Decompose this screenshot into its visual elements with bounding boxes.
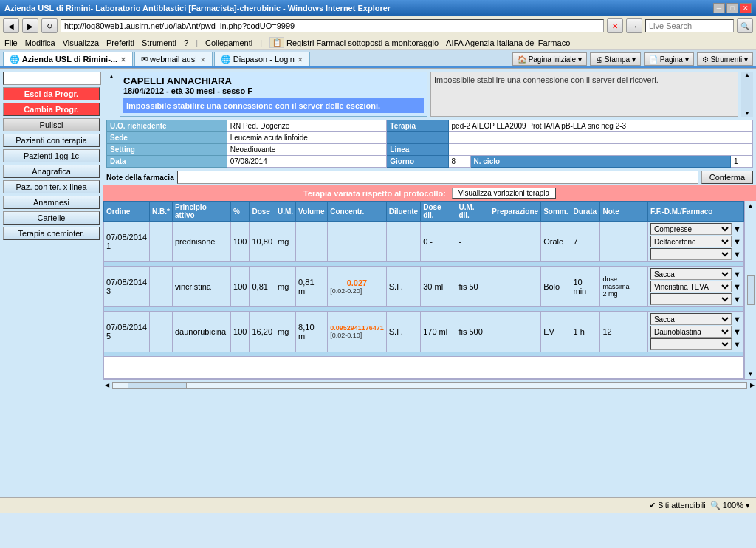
status-right: ✔ Siti attendibili 🔍 100% ▾ [649, 501, 750, 510]
minimize-button[interactable]: ─ [713, 3, 725, 13]
ff-select-3a[interactable]: Sacca [650, 313, 732, 325]
menu-separator: | [196, 38, 198, 47]
cambia-progr-button[interactable]: Cambia Progr. [3, 103, 100, 116]
content-area: ▲ CAPELLI ANNACHIARA 18/04/2012 - età 30… [103, 69, 756, 497]
cell-dosedil: 30 ml [421, 267, 456, 307]
table-scroll-area: Ordine N.B.* Principio attivo % Dose U.M… [103, 201, 756, 497]
concentr-value: 0.0952941176471 [330, 324, 384, 332]
visualizza-variazioni-button[interactable]: Visualizza variazioni terapia [452, 188, 556, 199]
main-layout: Cerca Esci da Progr. Cambia Progr. Pulis… [0, 69, 756, 497]
value-empty1 [448, 132, 752, 144]
sidebar-search-row: Cerca [3, 72, 100, 85]
stop-button[interactable]: ✕ [607, 18, 623, 33]
label-terapia: Terapia [387, 120, 448, 132]
back-button[interactable]: ◀ [3, 18, 19, 33]
cell-prep [489, 222, 541, 262]
menu-help[interactable]: ? [184, 38, 188, 47]
pazienti-1gg-button[interactable]: Pazienti 1gg 1c [3, 149, 100, 162]
menu-modifica[interactable]: Modifica [25, 38, 55, 47]
scroll-left-button[interactable]: ◀ [103, 380, 111, 390]
maximize-button[interactable]: □ [726, 3, 738, 13]
conferma-button[interactable]: Conferma [701, 171, 753, 184]
tab-close-webmail[interactable]: ✕ [200, 56, 206, 64]
menu-preferiti[interactable]: Preferiti [106, 38, 134, 47]
cell-ff: Compresse ▼ Deltacortene ▼ [647, 222, 743, 262]
th-somm: Somm. [541, 202, 571, 222]
pulisci-button[interactable]: Pulisci [3, 118, 100, 131]
cell-prep [489, 312, 541, 352]
cartelle-button[interactable]: Cartelle [3, 211, 100, 225]
strumenti-button[interactable]: ⚙ Strumenti ▾ [697, 52, 753, 66]
ff-select-3b[interactable]: Daunoblastina [650, 326, 732, 338]
tab-close-diapason[interactable]: ✕ [298, 56, 303, 64]
stampa-button[interactable]: 🖨 Stampa ▾ [590, 52, 641, 66]
pagina-button[interactable]: 📄 Pagina ▾ [644, 52, 694, 66]
menu-aifa[interactable]: AIFA Agenzia Italiana del Farmaco [446, 38, 570, 47]
cell-principio: prednisone [172, 222, 230, 262]
go-button[interactable]: → [626, 18, 642, 33]
cell-nb [150, 267, 173, 307]
h-scroll-track [112, 382, 747, 389]
paz-ter-linea-button[interactable]: Paz. con ter. x linea [3, 180, 100, 193]
tab-diapason[interactable]: 🌐 Diapason - Login ✕ [214, 52, 310, 66]
patient-scroll-up[interactable]: ▲ [744, 72, 750, 78]
refresh-button[interactable]: ↻ [41, 18, 58, 33]
cell-principio: daunorubicina [172, 312, 230, 352]
scroll-up-icon[interactable]: ▲ [109, 73, 114, 80]
right-scrollbar: ▲ ▼ [744, 201, 756, 379]
note-input[interactable] [177, 171, 698, 184]
ff-select-1a[interactable]: Compresse [650, 223, 732, 235]
ff-select-2c[interactable] [650, 293, 732, 305]
scroll-thumb[interactable] [747, 275, 755, 305]
note-label: Note della farmacia [106, 174, 174, 182]
cell-nb [150, 312, 173, 352]
table-row: 07/08/2014 3 vincristina 100 0,81 mg 0,8… [104, 267, 744, 307]
ff-select-2b[interactable]: Vincristina TEVA [650, 281, 732, 292]
menu-strumenti[interactable]: Strumenti [142, 38, 176, 47]
label-setting: Setting [107, 144, 227, 156]
ff-select-1c[interactable] [650, 248, 732, 260]
info-table: U.O. richiedente RN Ped. Degenze Terapia… [106, 120, 753, 168]
esci-progr-button[interactable]: Esci da Progr. [3, 87, 100, 100]
cell-ordine: 07/08/2014 3 [104, 267, 150, 307]
patient-scroll-down[interactable]: ▼ [744, 110, 750, 117]
forward-button[interactable]: ▶ [22, 18, 38, 33]
pazienti-con-terapia-button[interactable]: Pazienti con terapia [3, 134, 100, 147]
search-input[interactable] [645, 19, 734, 32]
scroll-up-button[interactable]: ▲ [746, 201, 755, 210]
menu-file[interactable]: File [4, 38, 18, 47]
anamnesi-button[interactable]: Anamnesi [3, 196, 100, 209]
tab-webmail[interactable]: ✉ webmail ausl ✕ [134, 52, 213, 66]
anagrafica-button[interactable]: Anagrafica [3, 165, 100, 178]
ff-row-3c: ▼ [650, 338, 741, 350]
status-bar: ✔ Siti attendibili 🔍 100% ▾ [0, 497, 756, 513]
ff-row-3b: Daunoblastina ▼ [650, 326, 741, 338]
ff-select-2a[interactable]: Sacca [650, 268, 732, 280]
scroll-right-button[interactable]: ▶ [749, 380, 756, 390]
search-go-button[interactable]: 🔍 [737, 18, 753, 33]
zoom-control[interactable]: 🔍 100% ▾ [710, 501, 750, 510]
terapia-chemioter-button[interactable]: Terapia chemioter. [3, 227, 100, 240]
menu-separator2: | [260, 38, 262, 47]
cell-concentr: 0.0952941176471 [0.02-0.10] [328, 312, 387, 352]
patient-details: 18/04/2012 - età 30 mesi - sesso F [123, 86, 424, 95]
sidebar-search-input[interactable] [3, 72, 101, 85]
menu-collegamenti[interactable]: Collegamenti [205, 38, 252, 47]
tab-close-ausl[interactable]: ✕ [120, 56, 126, 64]
nav-bar: ◀ ▶ ↻ ✕ → 🔍 [0, 16, 756, 35]
ff-dropdown-icon-2a: ▼ [733, 270, 741, 278]
scroll-down-button[interactable]: ▼ [746, 369, 755, 379]
close-button[interactable]: ✕ [740, 3, 752, 13]
address-bar[interactable] [61, 19, 604, 32]
ff-select-1b[interactable]: Deltacortene [650, 236, 732, 247]
menu-visualizza[interactable]: Visualizza [63, 38, 99, 47]
patient-right-message: Impossibile stabilire una connessione co… [434, 75, 659, 84]
cell-um: mg [275, 222, 296, 262]
h-scroll-thumb[interactable] [128, 383, 187, 388]
ff-select-3c[interactable] [650, 338, 732, 350]
label-nciclo: N. ciclo [470, 156, 730, 168]
tab-ausl[interactable]: 🌐 Azienda USL di Rimini-... ✕ [3, 52, 133, 66]
menu-registri[interactable]: Registri Farmaci sottoposti a monitoragg… [286, 38, 439, 47]
cell-dosedil: 170 ml [421, 312, 456, 352]
pagina-iniziale-button[interactable]: 🏠 Pagina iniziale ▾ [512, 52, 587, 66]
